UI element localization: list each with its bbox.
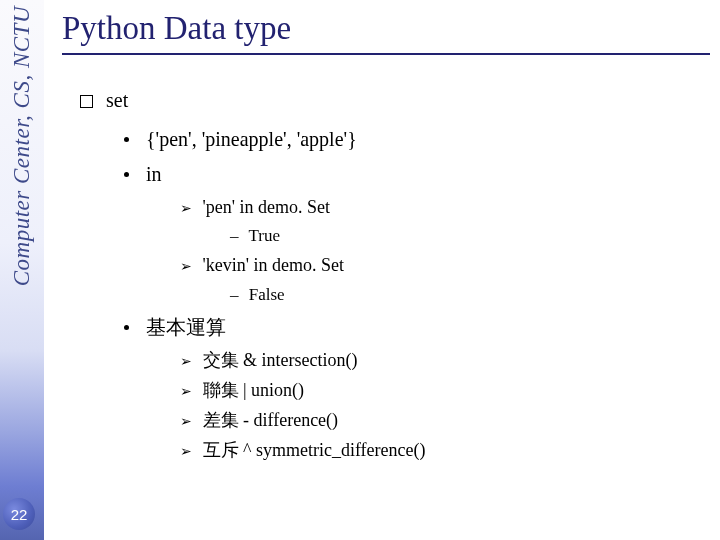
sidebar-title: Computer Center, CS, NCTU bbox=[9, 6, 35, 286]
slide-content: Python Data type set {'pen', 'pineapple'… bbox=[62, 0, 710, 540]
op-item: ➢ 聯集 | union() bbox=[180, 377, 710, 405]
bullet-text: in bbox=[146, 163, 162, 185]
sub-text: 'kevin' in demo. Set bbox=[203, 255, 344, 275]
op-text: 差集 - difference() bbox=[203, 410, 339, 430]
page-title: Python Data type bbox=[62, 10, 710, 47]
bullet-text: 基本運算 bbox=[146, 316, 226, 338]
arrow-icon: ➢ bbox=[180, 413, 192, 429]
op-text: 互斥 ^ symmetric_difference() bbox=[203, 440, 426, 460]
bullet-item: 基本運算 bbox=[124, 312, 710, 343]
bullet-dot-icon bbox=[124, 172, 129, 177]
sidebar-gradient: Computer Center, CS, NCTU bbox=[0, 0, 44, 540]
op-item: ➢ 交集 & intersection() bbox=[180, 347, 710, 375]
result-text: True bbox=[248, 226, 280, 245]
arrow-icon: ➢ bbox=[180, 383, 192, 399]
sub-item: ➢ 'kevin' in demo. Set bbox=[180, 252, 710, 280]
title-rule bbox=[62, 53, 710, 55]
sub-item: ➢ 'pen' in demo. Set bbox=[180, 194, 710, 222]
section-heading: set bbox=[106, 89, 128, 111]
dash-icon: – bbox=[230, 285, 239, 304]
op-text: 交集 & intersection() bbox=[203, 350, 358, 370]
checkbox-bullet-icon bbox=[80, 95, 93, 108]
bullet-dot-icon bbox=[124, 325, 129, 330]
section-heading-line: set bbox=[80, 85, 710, 116]
bullet-text: {'pen', 'pineapple', 'apple'} bbox=[146, 128, 357, 150]
sub-result: – True bbox=[230, 223, 710, 249]
bullet-item: {'pen', 'pineapple', 'apple'} bbox=[124, 124, 710, 155]
op-item: ➢ 差集 - difference() bbox=[180, 407, 710, 435]
dash-icon: – bbox=[230, 226, 239, 245]
arrow-icon: ➢ bbox=[180, 258, 192, 274]
result-text: False bbox=[249, 285, 285, 304]
op-item: ➢ 互斥 ^ symmetric_difference() bbox=[180, 437, 710, 465]
page-number-badge: 22 bbox=[3, 498, 35, 530]
op-text: 聯集 | union() bbox=[203, 380, 305, 400]
sub-text: 'pen' in demo. Set bbox=[203, 197, 330, 217]
bullet-dot-icon bbox=[124, 137, 129, 142]
arrow-icon: ➢ bbox=[180, 443, 192, 459]
arrow-icon: ➢ bbox=[180, 353, 192, 369]
bullet-item: in bbox=[124, 159, 710, 190]
sub-result: – False bbox=[230, 282, 710, 308]
arrow-icon: ➢ bbox=[180, 200, 192, 216]
body-block: set {'pen', 'pineapple', 'apple'} in ➢ '… bbox=[62, 85, 710, 465]
